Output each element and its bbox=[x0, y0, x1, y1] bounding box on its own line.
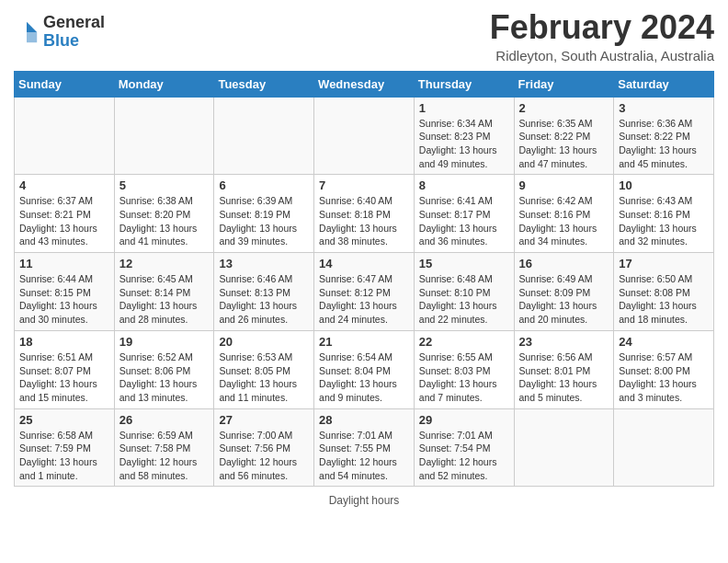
calendar-cell: 25Sunrise: 6:58 AM Sunset: 7:59 PM Dayli… bbox=[15, 408, 115, 487]
day-number: 18 bbox=[19, 335, 109, 349]
logo-text: General Blue bbox=[43, 14, 105, 51]
header-day-monday: Monday bbox=[114, 71, 214, 97]
day-info: Sunrise: 6:35 AM Sunset: 8:22 PM Dayligh… bbox=[519, 117, 609, 171]
header-day-sunday: Sunday bbox=[15, 71, 115, 97]
footer: Daylight hours bbox=[14, 494, 714, 507]
day-number: 26 bbox=[119, 413, 210, 427]
calendar-cell bbox=[314, 97, 415, 175]
day-number: 16 bbox=[519, 257, 609, 270]
day-info: Sunrise: 7:01 AM Sunset: 7:55 PM Dayligh… bbox=[319, 429, 409, 483]
calendar-cell: 15Sunrise: 6:48 AM Sunset: 8:10 PM Dayli… bbox=[414, 253, 514, 331]
calendar-cell: 28Sunrise: 7:01 AM Sunset: 7:55 PM Dayli… bbox=[314, 408, 415, 487]
day-info: Sunrise: 6:52 AM Sunset: 8:06 PM Dayligh… bbox=[119, 350, 210, 405]
day-number: 22 bbox=[419, 335, 509, 349]
calendar-cell: 10Sunrise: 6:43 AM Sunset: 8:16 PM Dayli… bbox=[614, 175, 714, 253]
day-info: Sunrise: 6:46 AM Sunset: 8:13 PM Dayligh… bbox=[219, 272, 309, 327]
day-info: Sunrise: 6:36 AM Sunset: 8:22 PM Dayligh… bbox=[619, 117, 709, 171]
day-number: 25 bbox=[19, 413, 109, 427]
calendar-cell: 7Sunrise: 6:40 AM Sunset: 8:18 PM Daylig… bbox=[314, 175, 415, 253]
day-number: 17 bbox=[619, 257, 709, 270]
logo: General Blue bbox=[14, 14, 105, 51]
calendar-cell: 9Sunrise: 6:42 AM Sunset: 8:16 PM Daylig… bbox=[514, 175, 614, 253]
day-info: Sunrise: 6:51 AM Sunset: 8:07 PM Dayligh… bbox=[19, 350, 109, 405]
calendar-cell: 24Sunrise: 6:57 AM Sunset: 8:00 PM Dayli… bbox=[614, 330, 714, 408]
header-day-wednesday: Wednesday bbox=[314, 71, 415, 97]
day-number: 7 bbox=[319, 178, 409, 192]
day-info: Sunrise: 6:44 AM Sunset: 8:15 PM Dayligh… bbox=[19, 272, 109, 327]
day-info: Sunrise: 6:38 AM Sunset: 8:20 PM Dayligh… bbox=[119, 194, 210, 248]
calendar-header: SundayMondayTuesdayWednesdayThursdayFrid… bbox=[15, 71, 714, 97]
calendar-cell: 3Sunrise: 6:36 AM Sunset: 8:22 PM Daylig… bbox=[614, 97, 714, 175]
title-section: February 2024 Ridleyton, South Australia… bbox=[490, 9, 714, 63]
day-number: 13 bbox=[219, 257, 309, 270]
calendar-cell: 23Sunrise: 6:56 AM Sunset: 8:01 PM Dayli… bbox=[514, 330, 614, 408]
day-info: Sunrise: 6:34 AM Sunset: 8:23 PM Dayligh… bbox=[419, 117, 509, 171]
calendar-cell: 2Sunrise: 6:35 AM Sunset: 8:22 PM Daylig… bbox=[514, 97, 614, 175]
day-info: Sunrise: 6:41 AM Sunset: 8:17 PM Dayligh… bbox=[419, 194, 509, 248]
header-row: SundayMondayTuesdayWednesdayThursdayFrid… bbox=[15, 71, 714, 97]
day-number: 24 bbox=[619, 335, 709, 349]
svg-marker-1 bbox=[27, 32, 37, 42]
calendar-cell bbox=[614, 408, 714, 487]
calendar-cell: 6Sunrise: 6:39 AM Sunset: 8:19 PM Daylig… bbox=[214, 175, 314, 253]
logo-general: General bbox=[43, 14, 105, 32]
week-row-4: 18Sunrise: 6:51 AM Sunset: 8:07 PM Dayli… bbox=[15, 330, 714, 408]
day-number: 28 bbox=[319, 413, 409, 427]
calendar-body: 1Sunrise: 6:34 AM Sunset: 8:23 PM Daylig… bbox=[15, 97, 714, 487]
day-number: 10 bbox=[619, 178, 709, 192]
calendar-cell: 26Sunrise: 6:59 AM Sunset: 7:58 PM Dayli… bbox=[114, 408, 214, 487]
day-number: 3 bbox=[619, 101, 709, 115]
calendar-cell: 14Sunrise: 6:47 AM Sunset: 8:12 PM Dayli… bbox=[314, 253, 415, 331]
day-info: Sunrise: 6:57 AM Sunset: 8:00 PM Dayligh… bbox=[619, 350, 709, 405]
day-number: 14 bbox=[319, 257, 409, 270]
day-number: 29 bbox=[419, 413, 509, 427]
day-info: Sunrise: 6:45 AM Sunset: 8:14 PM Dayligh… bbox=[119, 272, 210, 327]
calendar-cell: 13Sunrise: 6:46 AM Sunset: 8:13 PM Dayli… bbox=[214, 253, 314, 331]
subtitle: Ridleyton, South Australia, Australia bbox=[490, 48, 714, 63]
day-number: 19 bbox=[119, 335, 210, 349]
day-number: 11 bbox=[19, 257, 109, 270]
calendar-cell: 22Sunrise: 6:55 AM Sunset: 8:03 PM Dayli… bbox=[414, 330, 514, 408]
calendar-cell bbox=[15, 97, 115, 175]
day-info: Sunrise: 7:01 AM Sunset: 7:54 PM Dayligh… bbox=[419, 429, 509, 483]
calendar-cell: 1Sunrise: 6:34 AM Sunset: 8:23 PM Daylig… bbox=[414, 97, 514, 175]
calendar: SundayMondayTuesdayWednesdayThursdayFrid… bbox=[14, 71, 714, 488]
week-row-3: 11Sunrise: 6:44 AM Sunset: 8:15 PM Dayli… bbox=[15, 253, 714, 331]
day-number: 27 bbox=[219, 413, 309, 427]
week-row-2: 4Sunrise: 6:37 AM Sunset: 8:21 PM Daylig… bbox=[15, 175, 714, 253]
day-info: Sunrise: 6:42 AM Sunset: 8:16 PM Dayligh… bbox=[519, 194, 609, 248]
calendar-cell: 8Sunrise: 6:41 AM Sunset: 8:17 PM Daylig… bbox=[414, 175, 514, 253]
day-info: Sunrise: 6:56 AM Sunset: 8:01 PM Dayligh… bbox=[519, 350, 609, 405]
week-row-5: 25Sunrise: 6:58 AM Sunset: 7:59 PM Dayli… bbox=[15, 408, 714, 487]
day-info: Sunrise: 6:54 AM Sunset: 8:04 PM Dayligh… bbox=[319, 350, 409, 405]
day-number: 6 bbox=[219, 178, 309, 192]
calendar-cell: 27Sunrise: 7:00 AM Sunset: 7:56 PM Dayli… bbox=[214, 408, 314, 487]
calendar-cell: 11Sunrise: 6:44 AM Sunset: 8:15 PM Dayli… bbox=[15, 253, 115, 331]
day-info: Sunrise: 6:43 AM Sunset: 8:16 PM Dayligh… bbox=[619, 194, 709, 248]
svg-marker-0 bbox=[27, 22, 37, 32]
day-info: Sunrise: 6:48 AM Sunset: 8:10 PM Dayligh… bbox=[419, 272, 509, 327]
day-number: 15 bbox=[419, 257, 509, 270]
footer-text: Daylight hours bbox=[329, 494, 400, 507]
logo-blue: Blue bbox=[43, 32, 105, 51]
day-info: Sunrise: 6:58 AM Sunset: 7:59 PM Dayligh… bbox=[19, 429, 109, 483]
day-number: 20 bbox=[219, 335, 309, 349]
calendar-cell: 29Sunrise: 7:01 AM Sunset: 7:54 PM Dayli… bbox=[414, 408, 514, 487]
main-title: February 2024 bbox=[490, 9, 714, 46]
day-number: 21 bbox=[319, 335, 409, 349]
day-number: 5 bbox=[119, 178, 210, 192]
day-number: 1 bbox=[419, 101, 509, 115]
day-number: 2 bbox=[519, 101, 609, 115]
calendar-cell: 4Sunrise: 6:37 AM Sunset: 8:21 PM Daylig… bbox=[15, 175, 115, 253]
calendar-cell: 18Sunrise: 6:51 AM Sunset: 8:07 PM Dayli… bbox=[15, 330, 115, 408]
day-number: 4 bbox=[19, 178, 109, 192]
calendar-cell: 20Sunrise: 6:53 AM Sunset: 8:05 PM Dayli… bbox=[214, 330, 314, 408]
calendar-cell bbox=[214, 97, 314, 175]
calendar-cell: 21Sunrise: 6:54 AM Sunset: 8:04 PM Dayli… bbox=[314, 330, 415, 408]
calendar-cell bbox=[114, 97, 214, 175]
day-info: Sunrise: 7:00 AM Sunset: 7:56 PM Dayligh… bbox=[219, 429, 309, 483]
calendar-cell: 19Sunrise: 6:52 AM Sunset: 8:06 PM Dayli… bbox=[114, 330, 214, 408]
day-number: 8 bbox=[419, 178, 509, 192]
calendar-cell: 5Sunrise: 6:38 AM Sunset: 8:20 PM Daylig… bbox=[114, 175, 214, 253]
header-day-tuesday: Tuesday bbox=[214, 71, 314, 97]
